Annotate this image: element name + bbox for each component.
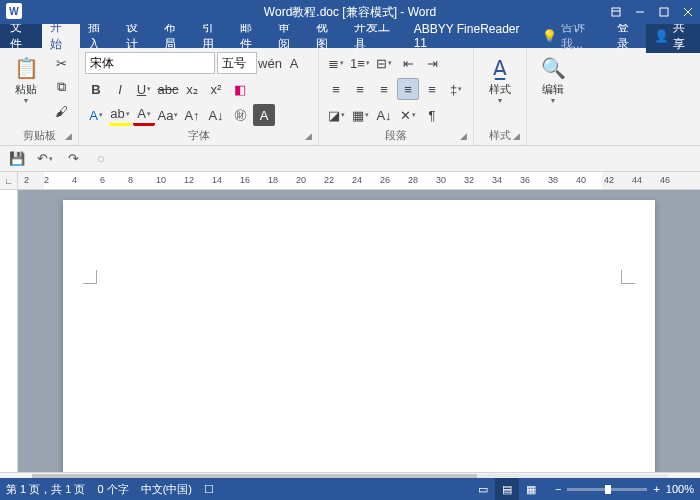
italic-button[interactable]: I (109, 78, 131, 100)
superscript-button[interactable]: x² (205, 78, 227, 100)
line-spacing-button[interactable]: ‡▾ (445, 78, 467, 100)
cut-button[interactable]: ✂ (50, 52, 72, 74)
clipboard-launcher[interactable]: ◢ (62, 131, 74, 143)
vertical-ruler[interactable] (0, 190, 18, 472)
grow-font-button[interactable]: A↑ (181, 104, 203, 126)
chevron-down-icon: ▼ (550, 97, 557, 104)
align-right-button[interactable]: ≡ (373, 78, 395, 100)
shading-button[interactable]: ◪▾ (325, 104, 347, 126)
shrink-font-button[interactable]: A↓ (205, 104, 227, 126)
editing-button[interactable]: 🔍 编辑 ▼ (533, 52, 573, 108)
subscript-button[interactable]: x₂ (181, 78, 203, 100)
clear-formatting-button[interactable]: ◧ (229, 78, 251, 100)
character-shading-button[interactable]: A (253, 104, 275, 126)
distributed-button[interactable]: ≡ (421, 78, 443, 100)
document-area (0, 190, 700, 472)
enclose-characters-button[interactable]: ㊖ (229, 104, 251, 126)
page[interactable] (63, 200, 655, 472)
print-layout-button[interactable]: ▤ (495, 478, 519, 500)
increase-indent-button[interactable]: ⇥ (421, 52, 443, 74)
tab-abbyy[interactable]: ABBYY FineReader 11 (406, 24, 534, 48)
tab-references[interactable]: 引用 (194, 24, 232, 48)
character-border-button[interactable]: A (283, 52, 305, 74)
font-name-combo[interactable] (85, 52, 215, 74)
window-title: Word教程.doc [兼容模式] - Word (264, 4, 436, 21)
web-layout-button[interactable]: ▦ (519, 478, 543, 500)
highlight-button[interactable]: ab▾ (109, 104, 131, 126)
status-language[interactable]: 中文(中国) (141, 482, 192, 497)
ribbon: 📋 粘贴 ▼ ✂ ⧉ 🖌 剪贴板 ◢ wén A B (0, 48, 700, 146)
horizontal-ruler[interactable]: ∟ 2 246810121416182022242628303234363840… (0, 172, 700, 190)
search-icon: 🔍 (541, 56, 566, 80)
lightbulb-icon: 💡 (542, 29, 557, 43)
asian-layout-button[interactable]: ✕▾ (397, 104, 419, 126)
chevron-down-icon: ▼ (497, 97, 504, 104)
borders-button[interactable]: ▦▾ (349, 104, 371, 126)
status-word-count[interactable]: 0 个字 (97, 482, 128, 497)
ruler-tick: 8 (128, 175, 133, 185)
svg-rect-1 (660, 8, 668, 16)
styles-button[interactable]: A̲ 样式 ▼ (480, 52, 520, 108)
justify-button[interactable]: ≡ (397, 78, 419, 100)
tab-selector[interactable]: ∟ (0, 172, 18, 190)
font-color-button[interactable]: A▾ (133, 104, 155, 126)
tab-review[interactable]: 审阅 (270, 24, 308, 48)
ribbon-display-options[interactable] (604, 0, 628, 24)
tab-design[interactable]: 设计 (118, 24, 156, 48)
sign-in-button[interactable]: 登录 (609, 19, 646, 53)
tab-developer[interactable]: 开发工具 (346, 24, 406, 48)
show-marks-button[interactable]: ¶ (421, 104, 443, 126)
title-bar: W Word教程.doc [兼容模式] - Word (0, 0, 700, 24)
qat-customize[interactable]: ○ (90, 148, 112, 170)
ruler-tick: 38 (548, 175, 558, 185)
strikethrough-button[interactable]: abc (157, 78, 179, 100)
maximize-button[interactable] (652, 0, 676, 24)
styles-launcher[interactable]: ◢ (510, 131, 522, 143)
text-effects-button[interactable]: A▾ (85, 104, 107, 126)
zoom-level[interactable]: 100% (666, 483, 694, 495)
ruler-tick: 40 (576, 175, 586, 185)
save-button[interactable]: 💾 (6, 148, 28, 170)
align-center-button[interactable]: ≡ (349, 78, 371, 100)
tab-home[interactable]: 开始 (42, 24, 80, 48)
align-left-button[interactable]: ≡ (325, 78, 347, 100)
decrease-indent-button[interactable]: ⇤ (397, 52, 419, 74)
font-launcher[interactable]: ◢ (302, 131, 314, 143)
tell-me-search[interactable]: 💡 告诉我... (534, 24, 610, 48)
copy-button[interactable]: ⧉ (50, 76, 72, 98)
ruler-scale[interactable]: 2 24681012141618202224262830323436384042… (18, 172, 700, 189)
paste-button[interactable]: 📋 粘贴 ▼ (6, 52, 46, 108)
zoom-in-button[interactable]: + (653, 483, 659, 495)
paragraph-launcher[interactable]: ◢ (457, 131, 469, 143)
sort-button[interactable]: A↓ (373, 104, 395, 126)
zoom-knob[interactable] (605, 485, 611, 494)
status-page[interactable]: 第 1 页，共 1 页 (6, 482, 85, 497)
page-viewport[interactable] (18, 190, 700, 472)
undo-button[interactable]: ↶▾ (34, 148, 56, 170)
ruler-tick: 14 (212, 175, 222, 185)
zoom-out-button[interactable]: − (555, 483, 561, 495)
tab-view[interactable]: 视图 (308, 24, 346, 48)
read-mode-button[interactable]: ▭ (471, 478, 495, 500)
zoom-slider[interactable] (567, 488, 647, 491)
phonetic-guide-button[interactable]: wén (259, 52, 281, 74)
numbered-list-button[interactable]: 1≡▾ (349, 52, 371, 74)
close-button[interactable] (676, 0, 700, 24)
status-input-mode[interactable]: ☐ (204, 483, 214, 496)
redo-button[interactable]: ↷ (62, 148, 84, 170)
bold-button[interactable]: B (85, 78, 107, 100)
share-button[interactable]: 👤 共享 (646, 19, 700, 53)
change-case-button[interactable]: Aa▾ (157, 104, 179, 126)
minimize-button[interactable] (628, 0, 652, 24)
bullet-list-button[interactable]: ≣▾ (325, 52, 347, 74)
tab-insert[interactable]: 插入 (80, 24, 118, 48)
multilevel-list-button[interactable]: ⊟▾ (373, 52, 395, 74)
font-size-combo[interactable] (217, 52, 257, 74)
tab-mailings[interactable]: 邮件 (232, 24, 270, 48)
ruler-tick: 36 (520, 175, 530, 185)
format-painter-button[interactable]: 🖌 (50, 100, 72, 122)
ribbon-tabs: 文件 开始 插入 设计 布局 引用 邮件 审阅 视图 开发工具 ABBYY Fi… (0, 24, 700, 48)
file-tab[interactable]: 文件 (0, 24, 42, 48)
underline-button[interactable]: U▾ (133, 78, 155, 100)
tab-layout[interactable]: 布局 (156, 24, 194, 48)
